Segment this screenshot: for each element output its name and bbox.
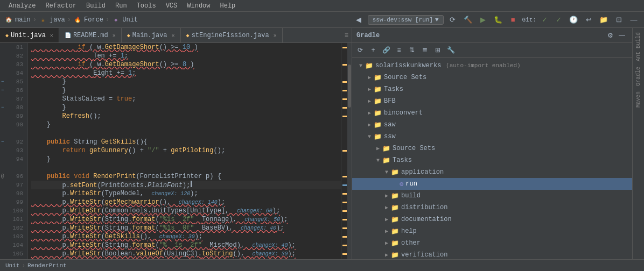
arrow-tasks-top[interactable]: ▶ [366,86,373,92]
tree-sourcesets-top[interactable]: ▶ 📁 Source Sets [352,72,632,83]
gradle-add-btn[interactable]: + [367,44,379,56]
tree-tasks-top[interactable]: ▶ 📁 Tasks [352,83,632,95]
gradle-group-btn[interactable]: ⊞ [432,44,444,56]
tab-readme-label: README.md [73,32,108,39]
gradle-settings-button[interactable]: ⚙ [604,30,616,41]
gradle-tree[interactable]: ▼ 📁 solarisskunkwerks (auto-import enabl… [352,58,632,259]
gradle-refresh-btn[interactable]: ⟳ [354,44,366,56]
tree-other[interactable]: ▶ 📁 other [352,237,632,249]
tab-stengine-close[interactable]: ✕ [274,32,277,39]
tree-application[interactable]: ▼ 📁 application [352,166,632,178]
tree-documentation[interactable]: ▶ 📁 documentation [352,213,632,225]
arrow-verification[interactable]: ▶ [383,252,390,258]
arrow-saw[interactable]: ▶ [366,122,373,128]
scroll-thumb[interactable] [348,65,351,108]
arrow-ssw-tasks[interactable]: ▼ [375,158,381,163]
git-check2[interactable]: ✓ [552,14,564,26]
tree-ssw-tasks[interactable]: ▼ 📁 Tasks [352,154,632,166]
tree-ssw[interactable]: ▼ 📁 ssw [352,131,632,142]
arrow-binconvert[interactable]: ▶ [366,110,373,116]
build-button[interactable]: 🔨 [462,14,474,26]
arrow-application[interactable]: ▼ [383,169,390,175]
code-line-81: if ( w.GetDamageShort() >= 10 ) [31,43,341,52]
tree-root-arrow[interactable]: ▼ [358,63,364,69]
gradle-sort-btn[interactable]: ⇅ [406,44,418,56]
tree-bfb[interactable]: ▶ 📁 BFB [352,95,632,107]
arrow-other[interactable]: ▶ [383,240,390,246]
label-documentation: documentation [401,216,452,223]
tree-binconvert[interactable]: ▶ 📁 binconvert [352,107,632,119]
tab-unit-java[interactable]: ◆ Unit.java ✕ [0,28,59,43]
tree-run[interactable]: ▶ ⚙ run [352,178,632,190]
git-check1[interactable]: ✓ [538,14,550,26]
folder-button[interactable]: 📁 [598,14,610,26]
fold-btn-88[interactable]: − [1,103,4,112]
vertical-scrollbar[interactable] [347,43,352,259]
menu-run[interactable]: Run [111,1,131,11]
rg-97 [341,181,347,189]
back-button[interactable]: ◀ [353,14,365,26]
tab-unit-java-close[interactable]: ✕ [50,32,53,39]
code-line-91 [31,129,341,138]
icon-bfb: 📁 [374,97,382,105]
line-86: −86 [0,86,23,95]
ant-build-label[interactable]: Ant Build [634,30,642,63]
tab-list-button[interactable]: ≡ [341,32,352,39]
fold-btn-92[interactable]: − [1,138,4,146]
rg-90 [341,120,347,129]
code-line-102: p.WriteStr(String.format("%1s 0f" BaseBV… [31,224,341,232]
arrow-sourcesets-top[interactable]: ▶ [366,74,373,81]
history-button[interactable]: 🕐 [568,14,579,26]
tab-stengine[interactable]: ◆ stEngineFission.java ✕ [181,28,283,43]
run-config-selector[interactable]: ssw-dev:ssw [run] ▼ [368,15,444,25]
tree-distribution[interactable]: ▶ 📁 distribution [352,202,632,213]
arrow-ssw[interactable]: ▼ [366,134,373,140]
menu-window[interactable]: Window [183,1,214,11]
tree-verification[interactable]: ▶ 📁 verification [352,249,632,259]
menu-analyze[interactable]: Analyze [4,1,40,11]
gradle-close-button[interactable]: — [616,30,628,41]
layout-button[interactable]: ⊡ [613,14,625,26]
tab-main-java-close[interactable]: ✕ [172,32,175,39]
gradle-link-btn[interactable]: 🔗 [380,44,392,56]
arrow-build[interactable]: ▶ [383,192,390,199]
menu-bar: Analyze Refactor Build Run Tools VCS Win… [0,0,644,12]
menu-vcs[interactable]: VCS [162,1,182,11]
tab-readme[interactable]: 📄 README.md ✕ [59,28,122,43]
maven-label[interactable]: Maven [634,89,642,110]
tree-build[interactable]: ▶ 📁 build [352,190,632,202]
menu-build[interactable]: Build [82,1,110,11]
arrow-help[interactable]: ▶ [383,228,390,234]
tree-root[interactable]: ▼ 📁 solarisskunkwerks (auto-import enabl… [352,60,632,72]
run-button[interactable]: ▶ [477,14,489,26]
menu-help[interactable]: Help [216,1,240,11]
arrow-documentation[interactable]: ▶ [383,216,390,223]
debug-button[interactable]: 🐛 [492,14,504,26]
icon-ssw: 📁 [374,133,382,141]
gradle-side-label[interactable]: Gradle [634,65,642,88]
code-line-85: } [31,77,341,86]
tab-readme-close[interactable]: ✕ [113,32,116,39]
refresh-button[interactable]: ⟳ [447,14,459,26]
stop-button[interactable]: ■ [507,14,519,26]
gradle-collapse-btn[interactable]: ≡ [393,44,405,56]
menu-tools[interactable]: Tools [132,1,160,11]
minimize-button[interactable]: — [628,14,640,26]
fold-btn-85[interactable]: − [1,77,4,86]
tab-main-java[interactable]: ◆ Main.java ✕ [122,28,181,43]
gradle-filter-btn[interactable]: ≣ [419,44,431,56]
gradle-wrench-btn[interactable]: 🔧 [445,44,457,56]
arrow-ssw-sourcesets[interactable]: ▶ [375,145,381,152]
fold-btn-86[interactable]: − [1,86,4,95]
code-content[interactable]: if ( w.GetDamageShort() >= 10 ) Ten += 1… [28,43,341,259]
arrow-distribution[interactable]: ▶ [383,204,390,211]
icon-help: 📁 [391,227,399,236]
tree-saw[interactable]: ▶ 📁 saw [352,119,632,131]
menu-refactor[interactable]: Refactor [41,1,81,11]
status-bar: Unit › RenderPrint [0,259,644,271]
arrow-bfb[interactable]: ▶ [366,98,373,104]
tree-help[interactable]: ▶ 📁 help [352,225,632,237]
tree-ssw-sourcesets[interactable]: ▶ 📁 Source Sets [352,142,632,154]
gradle-panel: Gradle ⚙ — ⟳ + 🔗 ≡ ⇅ ≣ ⊞ 🔧 ▼ 📁 solarissk… [352,28,632,259]
undo-button[interactable]: ↩ [583,14,594,26]
